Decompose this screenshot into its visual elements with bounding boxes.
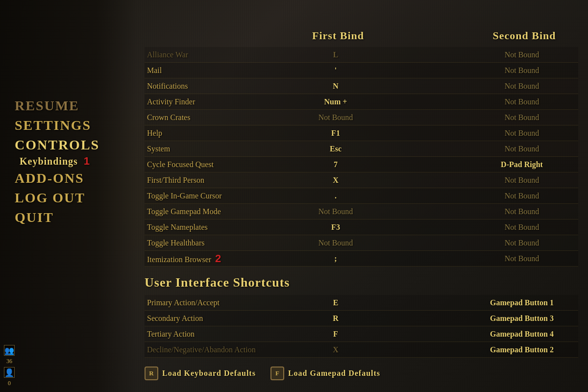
keybind-first-bind[interactable]: .	[287, 192, 385, 200]
keybind-first-bind[interactable]: F3	[287, 223, 385, 232]
keybind-first-bind[interactable]: Num +	[287, 98, 385, 106]
keybind-row[interactable]: Decline/Negative/Abandon ActionXGamepad …	[145, 342, 578, 358]
keybind-row[interactable]: Toggle NameplatesF3Not Bound	[145, 220, 578, 235]
player-count: 0	[8, 380, 11, 387]
group-count: 36	[6, 358, 12, 365]
keybind-name: Activity Finder	[145, 98, 287, 106]
keybind-name: Toggle Healthbars	[145, 239, 287, 247]
sidebar-item-logout[interactable]: LOG OUT	[15, 190, 99, 206]
keybind-name: Decline/Negative/Abandon Action	[145, 345, 287, 354]
keybind-second-bind[interactable]: Not Bound	[473, 66, 571, 75]
keybind-second-bind[interactable]: Not Bound	[473, 254, 571, 263]
keybind-first-bind[interactable]: R	[287, 314, 385, 323]
second-bind-header: Second Bind	[475, 29, 573, 42]
column-headers: First Bind Second Bind	[145, 29, 578, 42]
load-gamepad-label: Load Gamepad Defaults	[288, 369, 380, 378]
keybind-name: Primary Action/Accept	[145, 298, 287, 307]
keybind-second-bind[interactable]: Gamepad Button 4	[473, 330, 571, 339]
keybind-first-bind[interactable]: X	[287, 345, 385, 354]
load-keyboard-button[interactable]: R Load Keyboard Defaults	[145, 367, 256, 380]
keybind-second-bind[interactable]: Gamepad Button 2	[473, 345, 571, 354]
keybind-name: Toggle Nameplates	[145, 223, 287, 232]
footer-buttons: R Load Keyboard Defaults F Load Gamepad …	[145, 367, 578, 380]
keybind-name: Secondary Action	[145, 314, 287, 323]
group-icon: 👥	[4, 345, 15, 356]
keybind-first-bind[interactable]: Not Bound	[287, 239, 385, 247]
keybind-first-bind[interactable]: 7	[287, 160, 385, 169]
keybind-name: Tertiary Action	[145, 330, 287, 339]
keybind-row[interactable]: Cycle Focused Quest7D-Pad Right	[145, 157, 578, 172]
keybind-second-bind[interactable]: Not Bound	[473, 113, 571, 122]
keybind-first-bind[interactable]: X	[287, 176, 385, 185]
keybind-first-bind[interactable]: L	[287, 50, 385, 59]
sidebar-item-settings[interactable]: SETTINGS	[15, 118, 99, 133]
ui-shortcuts-table: Primary Action/AcceptEGamepad Button 1Se…	[145, 295, 578, 358]
keybind-name: First/Third Person	[145, 176, 287, 185]
annotation-1: 1	[84, 155, 90, 167]
keyboard-key-r: R	[145, 367, 158, 380]
keybind-name: Toggle Gamepad Mode	[145, 207, 287, 216]
keybind-second-bind[interactable]: Not Bound	[473, 82, 571, 91]
keybind-row[interactable]: Mail'Not Bound	[145, 63, 578, 78]
keybind-name: Help	[145, 129, 287, 138]
first-bind-header: First Bind	[289, 29, 387, 42]
player-icon: 👤	[4, 367, 15, 378]
annotation-2: 2	[215, 252, 221, 265]
load-keyboard-label: Load Keyboard Defaults	[162, 369, 256, 378]
keybind-second-bind[interactable]: Not Bound	[473, 223, 571, 232]
main-content: First Bind Second Bind Alliance WarLNot …	[145, 29, 578, 382]
keybind-second-bind[interactable]: Not Bound	[473, 145, 571, 153]
keybind-second-bind[interactable]: Not Bound	[473, 50, 571, 59]
keybind-row[interactable]: Primary Action/AcceptEGamepad Button 1	[145, 295, 578, 311]
keybind-row[interactable]: Toggle In-Game Cursor.Not Bound	[145, 188, 578, 204]
keybind-name: Cycle Focused Quest	[145, 160, 287, 169]
keybind-second-bind[interactable]: Not Bound	[473, 129, 571, 138]
keybind-second-bind[interactable]: Not Bound	[473, 207, 571, 216]
keybind-row[interactable]: HelpF1Not Bound	[145, 125, 578, 141]
keybind-first-bind[interactable]: '	[287, 66, 385, 75]
keybind-name: Crown Crates	[145, 113, 287, 122]
keybind-name: Itemization Browser2	[145, 252, 287, 265]
keybind-second-bind[interactable]: Not Bound	[473, 239, 571, 247]
keybind-first-bind[interactable]: Not Bound	[287, 113, 385, 122]
keybind-first-bind[interactable]: Not Bound	[287, 207, 385, 216]
keybind-row[interactable]: SystemEscNot Bound	[145, 141, 578, 157]
keybind-second-bind[interactable]: Not Bound	[473, 176, 571, 185]
keybind-row[interactable]: First/Third PersonXNot Bound	[145, 172, 578, 188]
keybind-second-bind[interactable]: Not Bound	[473, 192, 571, 200]
keybind-table: Alliance WarLNot BoundMail'Not BoundNoti…	[145, 47, 578, 267]
gamepad-key-f: F	[270, 367, 284, 380]
keybind-name: Notifications	[145, 82, 287, 91]
keybind-first-bind[interactable]: F	[287, 330, 385, 339]
bottom-left-panel: 👥 36 👤 0	[4, 345, 15, 387]
sidebar: RESUME SETTINGS CONTROLS Keybindings 1 A…	[15, 98, 99, 229]
sidebar-item-controls[interactable]: CONTROLS	[15, 137, 99, 153]
sidebar-item-addons[interactable]: ADD-ONS	[15, 171, 99, 186]
keybind-second-bind[interactable]: Not Bound	[473, 98, 571, 106]
keybind-second-bind[interactable]: Gamepad Button 3	[473, 314, 571, 323]
keybind-first-bind[interactable]: ;	[287, 254, 385, 263]
keybind-row[interactable]: Activity FinderNum +Not Bound	[145, 94, 578, 110]
keybind-name: System	[145, 145, 287, 153]
keybind-row[interactable]: Secondary ActionRGamepad Button 3	[145, 311, 578, 326]
keybind-row[interactable]: Itemization Browser2;Not Bound	[145, 251, 578, 267]
sidebar-item-keybindings[interactable]: Keybindings 1	[20, 155, 99, 168]
keybind-row[interactable]: Toggle HealthbarsNot BoundNot Bound	[145, 235, 578, 251]
keybind-first-bind[interactable]: Esc	[287, 145, 385, 153]
keybind-second-bind[interactable]: D-Pad Right	[473, 160, 571, 169]
keybind-row[interactable]: Crown CratesNot BoundNot Bound	[145, 110, 578, 125]
keybind-name: Alliance War	[145, 50, 287, 59]
keybind-name: Mail	[145, 66, 287, 75]
keybind-row[interactable]: Toggle Gamepad ModeNot BoundNot Bound	[145, 204, 578, 220]
keybind-first-bind[interactable]: N	[287, 82, 385, 91]
keybind-row[interactable]: NotificationsNNot Bound	[145, 78, 578, 94]
load-gamepad-button[interactable]: F Load Gamepad Defaults	[270, 367, 380, 380]
keybind-first-bind[interactable]: F1	[287, 129, 385, 138]
sidebar-item-quit[interactable]: QUIT	[15, 210, 99, 225]
keybind-name: Toggle In-Game Cursor	[145, 192, 287, 200]
keybind-row[interactable]: Tertiary ActionFGamepad Button 4	[145, 326, 578, 342]
keybind-row[interactable]: Alliance WarLNot Bound	[145, 47, 578, 63]
sidebar-item-resume[interactable]: RESUME	[15, 98, 99, 114]
keybind-second-bind[interactable]: Gamepad Button 1	[473, 298, 571, 307]
keybind-first-bind[interactable]: E	[287, 298, 385, 307]
